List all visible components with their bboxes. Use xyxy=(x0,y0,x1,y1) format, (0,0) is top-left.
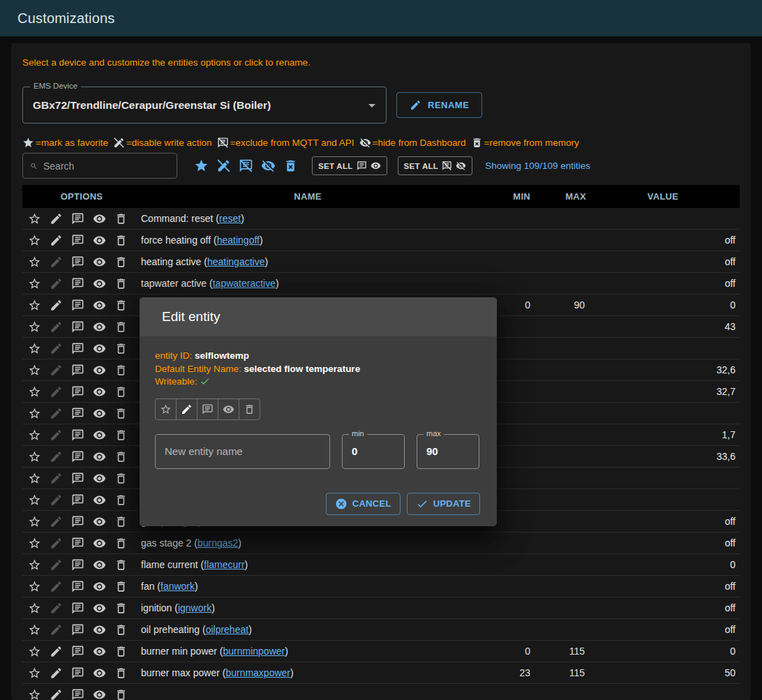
star-icon[interactable] xyxy=(28,623,41,636)
delete-icon[interactable] xyxy=(114,234,128,247)
entity-link[interactable]: burnmaxpower xyxy=(225,667,290,678)
comment-icon[interactable] xyxy=(71,212,84,225)
rename-button[interactable]: RENAME xyxy=(396,92,482,118)
eye-icon[interactable] xyxy=(93,688,106,700)
delete-icon[interactable] xyxy=(114,450,128,463)
eye-icon[interactable] xyxy=(93,537,106,550)
toggle-remove-memory-button[interactable] xyxy=(239,399,260,420)
ems-device-select[interactable]: EMS Device GBx72/Trendline/Cerapur/Green… xyxy=(22,87,387,124)
edit-icon[interactable] xyxy=(50,558,63,572)
filter-hide-dashboard-icon[interactable] xyxy=(261,158,276,173)
eye-icon[interactable] xyxy=(93,320,106,334)
filter-exclude-mqtt-icon[interactable] xyxy=(239,158,253,173)
eye-icon[interactable] xyxy=(93,602,106,615)
eye-icon[interactable] xyxy=(93,255,106,269)
eye-icon[interactable] xyxy=(93,515,106,528)
delete-icon[interactable] xyxy=(114,255,128,269)
edit-icon[interactable] xyxy=(50,299,63,312)
table-row[interactable]: burner max power (burnmaxpower) 23 115 5… xyxy=(22,662,740,684)
table-row[interactable]: Command: reset (reset) xyxy=(22,208,740,230)
eye-icon[interactable] xyxy=(93,234,106,247)
delete-icon[interactable] xyxy=(114,623,128,636)
eye-icon[interactable] xyxy=(93,558,106,572)
star-icon[interactable] xyxy=(28,667,41,680)
star-icon[interactable] xyxy=(28,580,41,593)
star-icon[interactable] xyxy=(28,537,41,550)
comment-icon[interactable] xyxy=(71,429,84,442)
comment-icon[interactable] xyxy=(71,450,84,463)
star-icon[interactable] xyxy=(28,342,41,355)
star-icon[interactable] xyxy=(28,385,41,399)
entity-link[interactable]: tapwateractive xyxy=(213,278,276,289)
eye-icon[interactable] xyxy=(93,385,106,399)
comment-icon[interactable] xyxy=(71,277,84,290)
star-icon[interactable] xyxy=(28,407,41,420)
set-all-hide-button[interactable]: SET ALL xyxy=(398,156,473,175)
delete-icon[interactable] xyxy=(114,688,128,700)
min-input[interactable] xyxy=(352,445,395,457)
edit-icon[interactable] xyxy=(50,212,63,225)
comment-icon[interactable] xyxy=(71,623,84,636)
edit-icon[interactable] xyxy=(50,645,63,658)
edit-icon[interactable] xyxy=(50,667,63,680)
comment-icon[interactable] xyxy=(71,645,84,658)
star-icon[interactable] xyxy=(28,277,41,290)
edit-icon[interactable] xyxy=(50,255,63,269)
edit-icon[interactable] xyxy=(50,623,63,636)
delete-icon[interactable] xyxy=(114,299,128,312)
edit-icon[interactable] xyxy=(50,320,63,334)
comment-icon[interactable] xyxy=(71,667,84,680)
set-all-show-button[interactable]: SET ALL xyxy=(312,156,387,175)
comment-icon[interactable] xyxy=(71,342,84,355)
entity-link[interactable]: oilpreheat xyxy=(206,624,249,635)
delete-icon[interactable] xyxy=(114,342,128,355)
table-row[interactable]: oil preheating (oilpreheat) off xyxy=(22,619,740,641)
comment-icon[interactable] xyxy=(71,385,84,399)
filter-remove-memory-icon[interactable] xyxy=(283,158,298,173)
table-row[interactable]: tapwater active (tapwateractive) off xyxy=(22,273,740,295)
max-input[interactable] xyxy=(426,445,470,457)
toggle-hide-dashboard-button[interactable] xyxy=(218,399,239,420)
entity-link[interactable]: flamecurr xyxy=(204,559,244,570)
star-icon[interactable] xyxy=(28,450,41,463)
edit-icon[interactable] xyxy=(50,385,63,399)
table-row[interactable]: gas stage 2 (burngas2) off xyxy=(22,533,740,554)
eye-icon[interactable] xyxy=(93,364,106,377)
comment-icon[interactable] xyxy=(71,255,84,269)
eye-icon[interactable] xyxy=(93,472,106,485)
table-row[interactable]: flame current (flamecurr) 0 xyxy=(22,554,740,576)
table-row[interactable]: fan (fanwork) off xyxy=(22,576,740,597)
toggle-disable-write-button[interactable] xyxy=(176,399,197,420)
update-button[interactable]: UPDATE xyxy=(407,493,480,515)
delete-icon[interactable] xyxy=(114,320,128,334)
comment-icon[interactable] xyxy=(71,688,84,700)
star-icon[interactable] xyxy=(28,493,41,507)
filter-disable-write-icon[interactable] xyxy=(216,158,231,173)
edit-icon[interactable] xyxy=(50,364,63,377)
edit-icon[interactable] xyxy=(50,472,63,485)
eye-icon[interactable] xyxy=(93,429,106,442)
table-row[interactable]: ignition (ignwork) off xyxy=(22,597,740,619)
table-row[interactable]: heating active (heatingactive) off xyxy=(22,251,740,273)
comment-icon[interactable] xyxy=(71,472,84,485)
star-icon[interactable] xyxy=(28,558,41,572)
entity-link[interactable]: ignwork xyxy=(178,602,211,613)
delete-icon[interactable] xyxy=(114,537,128,550)
star-icon[interactable] xyxy=(28,255,41,269)
comment-icon[interactable] xyxy=(71,407,84,420)
edit-icon[interactable] xyxy=(50,515,63,528)
edit-icon[interactable] xyxy=(50,493,63,507)
entity-link[interactable]: heatingoff xyxy=(217,234,260,246)
comment-icon[interactable] xyxy=(71,234,84,247)
edit-icon[interactable] xyxy=(50,407,63,420)
edit-icon[interactable] xyxy=(50,342,63,355)
table-row[interactable] xyxy=(22,684,740,700)
eye-icon[interactable] xyxy=(93,493,106,507)
edit-icon[interactable] xyxy=(50,580,63,593)
comment-icon[interactable] xyxy=(71,515,84,528)
edit-icon[interactable] xyxy=(50,537,63,550)
edit-icon[interactable] xyxy=(50,602,63,615)
eye-icon[interactable] xyxy=(93,450,106,463)
search-input[interactable] xyxy=(43,161,170,172)
star-icon[interactable] xyxy=(28,515,41,528)
